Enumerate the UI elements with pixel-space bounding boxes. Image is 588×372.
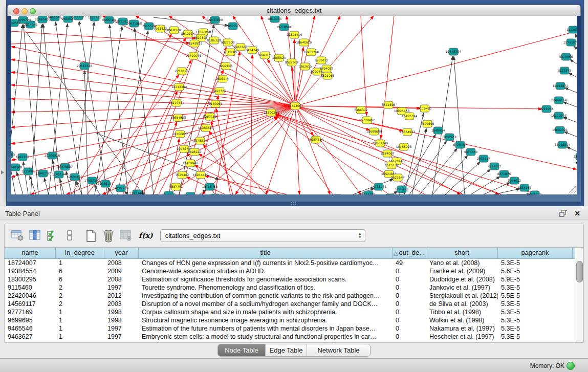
column-header-pagerank[interactable]: pagerank bbox=[498, 248, 573, 258]
graph-node[interactable]: 15716485 bbox=[202, 183, 218, 190]
splitter-collapse-arrow-icon[interactable] bbox=[1, 170, 4, 174]
table-row[interactable]: 946554611997Estimation of the future num… bbox=[5, 324, 575, 333]
table-row[interactable]: 1938455462009Genome-wide association stu… bbox=[5, 267, 575, 275]
column-header-out-de-[interactable]: △out_de... bbox=[393, 248, 426, 258]
graph-node[interactable]: 16958137 bbox=[98, 180, 114, 187]
graph-node[interactable]: 16914479 bbox=[193, 171, 209, 179]
graph-node[interactable]: 15692391 bbox=[552, 126, 568, 134]
import-table-button[interactable] bbox=[118, 228, 134, 243]
scrollbar-thumb[interactable] bbox=[576, 261, 583, 282]
delete-column-button[interactable] bbox=[101, 228, 116, 243]
tab-node-table[interactable]: Node Table bbox=[218, 344, 266, 356]
graph-node[interactable]: 1615132 bbox=[385, 162, 399, 169]
column-header-name[interactable]: name bbox=[5, 248, 56, 258]
graph-node[interactable]: 19218506 bbox=[276, 24, 292, 31]
graph-node[interactable]: 7386372 bbox=[354, 106, 368, 114]
tab-network-table[interactable]: Network Table bbox=[307, 344, 370, 356]
graph-node[interactable]: 8940557 bbox=[11, 19, 21, 27]
graph-node[interactable]: 1167553 bbox=[574, 153, 577, 160]
graph-node[interactable]: 8471876 bbox=[497, 170, 511, 178]
graph-node[interactable]: 7832621 bbox=[488, 163, 502, 170]
column-header-year[interactable]: year bbox=[104, 248, 139, 258]
graph-node[interactable]: 1621066 bbox=[321, 72, 335, 79]
graph-node[interactable]: 2045232 bbox=[528, 191, 542, 194]
graph-node[interactable]: 9875685 bbox=[224, 49, 237, 56]
graph-node[interactable]: 12444154 bbox=[551, 97, 567, 104]
tab-edge-table[interactable]: Edge Table bbox=[266, 344, 307, 356]
graph-node[interactable]: 7857223 bbox=[226, 23, 240, 30]
graph-node[interactable]: 12213384 bbox=[171, 83, 187, 91]
graph-node[interactable]: 1640954 bbox=[431, 127, 445, 134]
graph-node[interactable]: 9115460 bbox=[418, 105, 432, 112]
graph-node[interactable]: 8021454 bbox=[184, 192, 198, 194]
graph-node[interactable]: 18640910 bbox=[296, 39, 312, 46]
close-panel-icon[interactable]: ✕ bbox=[573, 209, 582, 217]
graph-node[interactable]: 12505123 bbox=[67, 173, 83, 181]
graph-node[interactable]: 1588520 bbox=[272, 54, 286, 61]
column-header-short[interactable]: short bbox=[426, 248, 498, 258]
table-row[interactable]: 2242004622012Investigating the contribut… bbox=[5, 292, 575, 300]
graph-node[interactable]: 6466160 bbox=[102, 16, 116, 24]
graph-node[interactable]: 16648784 bbox=[446, 48, 462, 55]
graph-node[interactable]: 10688609 bbox=[366, 128, 382, 135]
graph-node[interactable]: 1215681 bbox=[21, 168, 35, 175]
graph-node[interactable]: 15720407 bbox=[359, 117, 375, 124]
graph-node[interactable]: 18807249 bbox=[373, 140, 388, 147]
divider-grip-icon[interactable] bbox=[290, 202, 296, 206]
graph-node[interactable]: 2522547 bbox=[391, 174, 405, 181]
graph-node[interactable]: 8186328 bbox=[207, 37, 221, 44]
graph-node[interactable]: 1527602 bbox=[88, 16, 102, 21]
table-row[interactable]: 1872400712008Changes of HCN gene express… bbox=[5, 259, 575, 267]
table-row[interactable]: 969969511998Structural magnetic resonanc… bbox=[5, 316, 575, 324]
graph-node[interactable]: 6479197 bbox=[453, 141, 467, 148]
graph-node[interactable]: 2314055 bbox=[24, 21, 38, 28]
graph-node[interactable]: 15751074 bbox=[563, 39, 577, 46]
graph-node[interactable]: 1836764 bbox=[383, 194, 397, 194]
graph-node[interactable]: 16961758 bbox=[303, 49, 319, 56]
graph-node[interactable]: 9474444 bbox=[464, 148, 478, 156]
select-rows-button[interactable] bbox=[45, 228, 60, 243]
graph-node[interactable]: 1684353 bbox=[518, 184, 532, 191]
table-row[interactable]: 1456911722003Disruption of a novel membe… bbox=[5, 300, 575, 308]
graph-node[interactable]: 1744352 bbox=[362, 191, 376, 194]
canvas-resize-grip[interactable] bbox=[569, 186, 576, 193]
graph-node[interactable]: 1145194 bbox=[52, 171, 66, 178]
graph-window-titlebar[interactable]: citations_edges.txt bbox=[7, 5, 581, 16]
graph-node[interactable]: 9133045 bbox=[208, 194, 222, 194]
show-column-button[interactable] bbox=[27, 228, 42, 243]
graph-node[interactable]: 15495794 bbox=[402, 113, 418, 120]
column-header-title[interactable]: title bbox=[139, 248, 393, 258]
graph-node[interactable]: 9699695 bbox=[421, 120, 434, 127]
graph-node[interactable]: 15654923 bbox=[400, 128, 416, 136]
float-panel-icon[interactable] bbox=[558, 209, 568, 217]
graph-node[interactable]: 19166827 bbox=[172, 130, 188, 138]
graph-node[interactable]: 8427552 bbox=[213, 87, 227, 95]
graph-node[interactable]: 8267150 bbox=[203, 113, 217, 120]
graph-node[interactable]: 8215955 bbox=[540, 105, 554, 113]
graph-node[interactable]: 2935114 bbox=[477, 155, 491, 162]
table-vertical-scrollbar[interactable] bbox=[575, 247, 583, 342]
graph-node[interactable]: 1362615 bbox=[298, 63, 312, 70]
graph-node[interactable]: 11353594 bbox=[198, 124, 214, 132]
table-row[interactable]: 911546021997Tourette syndrome. Phenomeno… bbox=[5, 283, 575, 292]
table-row[interactable]: 946362711997Embryonic stem cells: a mode… bbox=[5, 333, 575, 341]
cell-editor-button[interactable] bbox=[62, 228, 77, 243]
graph-node[interactable]: 8454749 bbox=[246, 47, 259, 54]
graph-node[interactable]: 2520605 bbox=[11, 151, 15, 158]
column-header-in-degree[interactable]: in_degree bbox=[56, 248, 104, 258]
graph-node[interactable]: 1733426 bbox=[395, 186, 409, 193]
table-settings-button[interactable] bbox=[10, 228, 25, 243]
graph-node[interactable]: 8522057 bbox=[285, 59, 299, 66]
graph-node[interactable]: 9242848 bbox=[219, 62, 233, 70]
graph-node[interactable]: 1094612 bbox=[508, 177, 521, 184]
network-canvas[interactable]: 1872400718300295746382289601288912934232… bbox=[11, 16, 577, 194]
graph-node[interactable]: 8912934 bbox=[181, 30, 195, 37]
graph-node[interactable]: 20206516 bbox=[45, 152, 60, 159]
create-column-button[interactable] bbox=[83, 228, 99, 243]
fx-icon[interactable]: f(x) bbox=[139, 231, 153, 239]
graph-node[interactable]: 14671368 bbox=[126, 20, 142, 27]
graph-node[interactable]: 16210643 bbox=[551, 112, 567, 119]
graph-node[interactable]: 6794037 bbox=[320, 65, 334, 72]
graph-node[interactable]: 1961187 bbox=[16, 154, 30, 161]
graph-node[interactable]: 22420046 bbox=[186, 52, 202, 59]
